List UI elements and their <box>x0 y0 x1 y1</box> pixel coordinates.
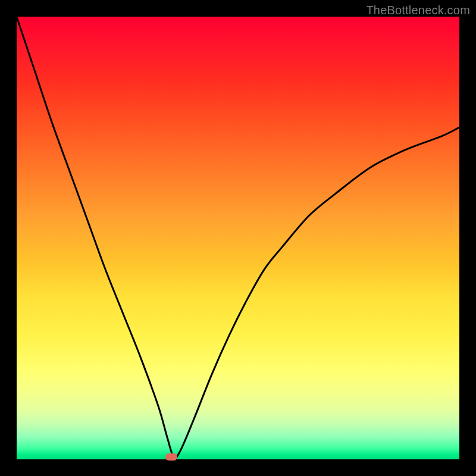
bottleneck-curve-path <box>17 17 459 458</box>
watermark-text: TheBottleneck.com <box>366 4 470 17</box>
minimum-marker <box>165 453 177 461</box>
plot-area <box>17 17 459 459</box>
chart-frame: TheBottleneck.com <box>0 0 476 476</box>
curve-svg <box>17 17 459 459</box>
